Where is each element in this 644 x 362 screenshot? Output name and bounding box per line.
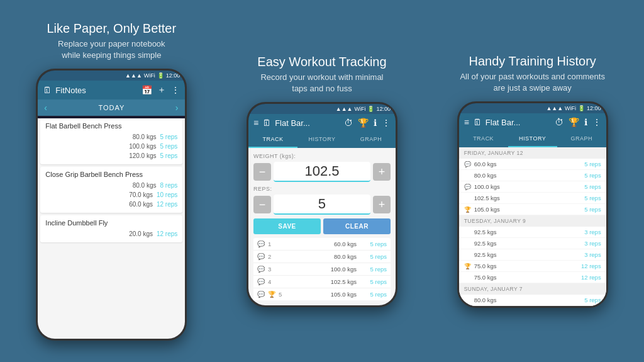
reps-stepper: − 5 + xyxy=(253,195,391,215)
exercise-group-1: Flat Barbell Bench Press 80.0 kgs 5 reps… xyxy=(40,118,182,164)
weight-value: 60.0 kgs xyxy=(129,201,153,208)
history-weight: 100.0 kgs xyxy=(473,183,576,190)
set-row-1: 💬 1 60.0 kgs 5 reps xyxy=(253,238,391,251)
history-reps: 5 reps xyxy=(576,206,601,213)
set-reps: 5 reps xyxy=(362,253,387,260)
panel-1-subtext: Replace your paper notebookwhile keeping… xyxy=(47,38,176,61)
history-reps: 5 reps xyxy=(576,195,601,201)
action-buttons: SAVE CLEAR xyxy=(253,218,391,234)
info-icon[interactable]: ℹ xyxy=(374,118,377,128)
wifi-icon: WiFi xyxy=(565,105,576,111)
panel-3: Handy Training History All of your past … xyxy=(435,54,630,308)
history-date-1: FRIDAY, JANUARY 12 xyxy=(459,147,606,159)
status-bar-2: ▲▲▲ WiFi 🔋 12:00 xyxy=(248,104,396,114)
set-weight: 100.0 kgs xyxy=(277,266,362,273)
set-reps: 5 reps xyxy=(362,291,387,298)
tab-bar-3: TRACK HISTORY GRAPH xyxy=(459,131,606,147)
weight-decrease-button[interactable]: − xyxy=(253,163,271,181)
tab-history[interactable]: HISTORY xyxy=(297,132,347,148)
info-icon[interactable]: ℹ xyxy=(584,117,587,127)
phone-1: ▲▲▲ WiFi 🔋 12:00 🗓 FitNotes 📅 ＋ ⋮ ‹ TODA… xyxy=(36,69,187,341)
wifi-icon: WiFi xyxy=(354,106,365,112)
history-weight: 92.5 kgs xyxy=(473,251,576,258)
timer-icon[interactable]: ⏱ xyxy=(555,117,564,127)
tab-graph[interactable]: GRAPH xyxy=(347,132,396,148)
overflow-icon[interactable]: ⋮ xyxy=(382,118,391,128)
menu-hamburger-icon[interactable]: ≡ xyxy=(253,118,258,128)
app-logo-icon: 🗓 xyxy=(262,118,271,128)
timer-icon[interactable]: ⏱ xyxy=(344,118,353,128)
set-row: 100.0 kgs 5 reps xyxy=(45,142,177,151)
weight-section: WEIGHT (kgs): − 102.5 + REPS: − 5 + xyxy=(253,153,391,215)
tab-graph-3[interactable]: GRAPH xyxy=(557,131,606,147)
add-icon[interactable]: ＋ xyxy=(157,84,166,96)
wifi-icon: WiFi xyxy=(144,72,155,79)
history-row: 102.5 kgs 5 reps xyxy=(459,193,606,204)
toolbar-3: ≡ 🗓 Flat Bar... ⏱ 🏆 ℹ ⋮ xyxy=(459,113,606,131)
trophy-icon: 🏆 xyxy=(464,263,473,269)
chat-icon: 💬 xyxy=(257,253,265,260)
history-row: 💬 100.0 kgs 5 reps xyxy=(459,181,606,193)
app-icon: 🗓 xyxy=(43,85,52,95)
history-reps: 3 reps xyxy=(576,240,601,247)
reps-value: 8 reps xyxy=(160,182,178,189)
chat-icon: 💬 xyxy=(257,278,265,285)
set-weight: 80.0 kgs xyxy=(277,253,362,260)
overflow-icon[interactable]: ⋮ xyxy=(592,117,601,127)
save-button[interactable]: SAVE xyxy=(253,218,321,234)
history-weight: 102.5 kgs xyxy=(473,195,576,201)
trophy-icon[interactable]: 🏆 xyxy=(569,117,579,127)
history-row: 92.5 kgs 3 reps xyxy=(459,249,606,261)
history-weight: 75.0 kgs xyxy=(473,274,576,281)
chat-icon: 💬 xyxy=(257,240,265,247)
weight-value: 80.0 kgs xyxy=(133,133,157,140)
signal-icon: ▲▲▲ xyxy=(546,105,563,111)
menu-icon[interactable]: ⋮ xyxy=(171,85,180,95)
history-date-2: TUESDAY, JANUARY 9 xyxy=(459,215,606,227)
set-row: 20.0 kgs 12 reps xyxy=(45,229,177,239)
tab-history-3[interactable]: HISTORY xyxy=(508,131,557,147)
phone-2: ▲▲▲ WiFi 🔋 12:00 ≡ 🗓 Flat Bar... ⏱ 🏆 ℹ ⋮… xyxy=(247,102,397,307)
set-weight: 102.5 kgs xyxy=(277,278,362,285)
weight-value-display: 102.5 xyxy=(274,162,370,182)
tab-track-3[interactable]: TRACK xyxy=(459,131,508,147)
reps-value-display: 5 xyxy=(274,195,370,215)
chat-icon: 💬 xyxy=(464,184,473,190)
exercise-name-1: Flat Barbell Bench Press xyxy=(45,122,177,130)
battery-icon: 🔋 xyxy=(157,72,164,79)
history-date-3: SUNDAY, JANUARY 7 xyxy=(459,283,606,295)
history-reps: 12 reps xyxy=(576,274,601,281)
calendar-icon[interactable]: 📅 xyxy=(142,85,152,95)
set-reps: 5 reps xyxy=(362,266,387,273)
history-reps: 5 reps xyxy=(576,297,601,303)
reps-increase-button[interactable]: + xyxy=(373,196,391,213)
menu-hamburger-icon[interactable]: ≡ xyxy=(464,117,469,127)
reps-value: 12 reps xyxy=(157,230,177,237)
reps-decrease-button[interactable]: − xyxy=(253,196,271,213)
weight-value: 70.0 kgs xyxy=(129,191,153,198)
prev-arrow[interactable]: ‹ xyxy=(44,103,48,113)
panel-3-subtext: All of your past workouts and commentsar… xyxy=(460,71,605,94)
history-reps: 5 reps xyxy=(576,161,601,167)
reps-value: 12 reps xyxy=(157,201,177,208)
app-title: FitNotes xyxy=(55,86,138,95)
panel-2-heading: Easy Workout Tracking xyxy=(257,55,386,69)
trophy-icon[interactable]: 🏆 xyxy=(358,118,369,128)
weight-stepper: − 102.5 + xyxy=(253,162,391,182)
weight-increase-button[interactable]: + xyxy=(373,163,391,181)
set-row: 80.0 kgs 8 reps xyxy=(45,181,177,190)
phone-1-content: Flat Barbell Bench Press 80.0 kgs 5 reps… xyxy=(38,118,185,339)
set-weight: 60.0 kgs xyxy=(277,240,362,247)
history-content: FRIDAY, JANUARY 12 💬 60.0 kgs 5 reps 80.… xyxy=(459,147,606,306)
toolbar-2: ≡ 🗓 Flat Bar... ⏱ 🏆 ℹ ⋮ xyxy=(248,114,396,132)
status-bar-3: ▲▲▲ WiFi 🔋 12:00 xyxy=(459,103,606,113)
weight-value: 20.0 kgs xyxy=(129,230,153,237)
next-arrow[interactable]: › xyxy=(175,103,179,113)
history-weight: 80.0 kgs xyxy=(473,172,576,179)
set-number: 2 xyxy=(268,253,277,260)
history-row: 80.0 kgs 5 reps xyxy=(459,170,606,181)
clear-button[interactable]: CLEAR xyxy=(323,218,391,234)
time-display-2: 12:00 xyxy=(376,106,391,112)
signal-icon: ▲▲▲ xyxy=(336,106,353,112)
tab-track[interactable]: TRACK xyxy=(248,132,297,148)
